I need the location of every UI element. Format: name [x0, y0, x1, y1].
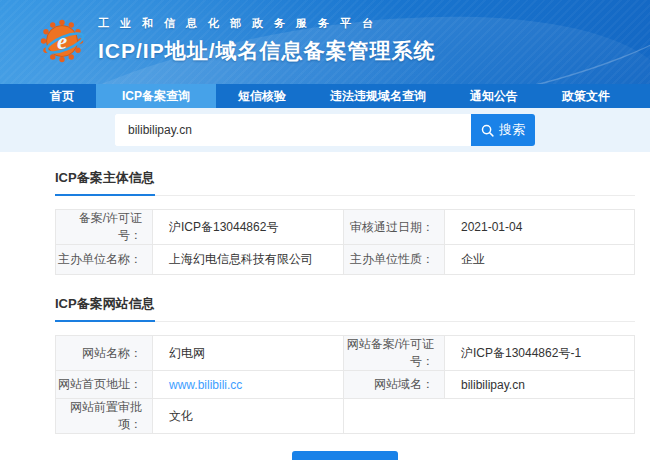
- search-bar: 搜索: [0, 108, 650, 152]
- field-value: bilibilipay.cn: [445, 371, 635, 399]
- nav-item-illegal-domain-query[interactable]: 违法违规域名查询: [308, 84, 448, 108]
- search-button-label: 搜索: [499, 121, 525, 139]
- website-section-header: ICP备案网站信息: [55, 294, 635, 322]
- website-homepage-link[interactable]: www.bilibili.cc: [169, 378, 242, 392]
- table-row: 备案/许可证号： 沪ICP备13044862号 审核通过日期： 2021-01-…: [56, 210, 635, 245]
- field-value: 文化: [153, 399, 344, 434]
- subject-section-header: ICP备案主体信息: [55, 168, 635, 196]
- nav-item-sms-verify[interactable]: 短信核验: [216, 84, 308, 108]
- back-to-results-button[interactable]: 返回查询结果: [292, 451, 398, 460]
- table-row: 网站前置审批项： 文化: [56, 399, 635, 434]
- table-row: 主办单位名称： 上海幻电信息科技有限公司 主办单位性质： 企业: [56, 245, 635, 275]
- website-section-title: ICP备案网站信息: [55, 295, 155, 322]
- website-info-table: 网站名称： 幻电网 网站备案/许可证号： 沪ICP备13044862号-1 网站…: [55, 335, 635, 434]
- svg-text:e: e: [57, 29, 67, 54]
- field-value: 沪ICP备13044862号-1: [445, 336, 635, 371]
- field-value: 上海幻电信息科技有限公司: [153, 245, 344, 275]
- table-row: 网站首页地址： www.bilibili.cc 网站域名： bilibilipa…: [56, 371, 635, 399]
- result-content: ICP备案主体信息 备案/许可证号： 沪ICP备13044862号 审核通过日期…: [0, 152, 650, 460]
- nav-item-home[interactable]: 首页: [28, 84, 96, 108]
- gear-e-logo-icon: e: [38, 17, 86, 65]
- field-label: 备案/许可证号：: [56, 210, 153, 245]
- field-label: 审核通过日期：: [344, 210, 445, 245]
- nav-item-icp-query[interactable]: ICP备案查询: [96, 84, 216, 108]
- subject-info-table: 备案/许可证号： 沪ICP备13044862号 审核通过日期： 2021-01-…: [55, 209, 635, 275]
- table-row: 网站名称： 幻电网 网站备案/许可证号： 沪ICP备13044862号-1: [56, 336, 635, 371]
- search-icon: [481, 124, 494, 137]
- field-value: www.bilibili.cc: [153, 371, 344, 399]
- field-label: 主办单位名称：: [56, 245, 153, 275]
- platform-title: 工业和信息化部政务服务平台: [98, 16, 436, 31]
- system-title: ICP/IP地址/域名信息备案管理系统: [98, 37, 436, 65]
- search-input[interactable]: [115, 114, 471, 146]
- field-value: 沪ICP备13044862号: [153, 210, 344, 245]
- subject-section-title: ICP备案主体信息: [55, 169, 155, 196]
- field-value: 2021-01-04: [445, 210, 635, 245]
- field-label: 网站前置审批项：: [56, 399, 153, 434]
- nav-item-notices[interactable]: 通知公告: [448, 84, 540, 108]
- field-label: 网站名称：: [56, 336, 153, 371]
- field-value: 幻电网: [153, 336, 344, 371]
- main-nav: 首页 ICP备案查询 短信核验 违法违规域名查询 通知公告 政策文件: [0, 84, 650, 108]
- page-header: e 工业和信息化部政务服务平台 ICP/IP地址/域名信息备案管理系统: [0, 0, 650, 84]
- field-label: 网站首页地址：: [56, 371, 153, 399]
- field-label: 主办单位性质：: [344, 245, 445, 275]
- field-label: 网站备案/许可证号：: [344, 336, 445, 371]
- nav-item-policy-files[interactable]: 政策文件: [540, 84, 632, 108]
- search-button[interactable]: 搜索: [471, 114, 535, 146]
- field-value: 企业: [445, 245, 635, 275]
- field-label: 网站域名：: [344, 371, 445, 399]
- empty-cell: [344, 399, 635, 434]
